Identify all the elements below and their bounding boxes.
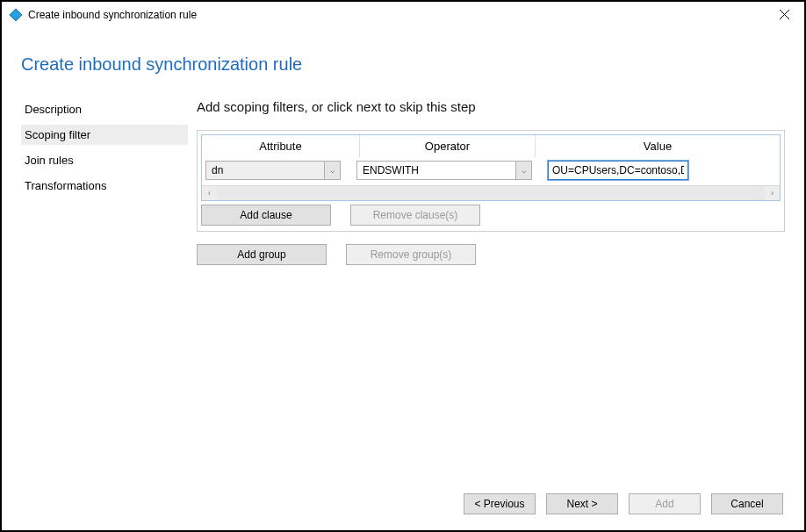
- add-group-button[interactable]: Add group: [197, 244, 327, 265]
- next-button[interactable]: Next >: [546, 493, 618, 514]
- column-header-value: Value: [536, 135, 780, 157]
- column-header-operator: Operator: [360, 135, 536, 157]
- remove-clause-button: Remove clause(s): [350, 205, 480, 226]
- close-icon: [780, 10, 789, 19]
- app-icon: [9, 8, 23, 22]
- horizontal-scrollbar[interactable]: ‹ ›: [202, 185, 780, 200]
- svg-marker-0: [10, 9, 22, 21]
- scroll-right-icon[interactable]: ›: [765, 186, 780, 200]
- scroll-left-icon[interactable]: ‹: [202, 186, 217, 200]
- page-title: Create inbound synchronization rule: [21, 54, 785, 75]
- add-clause-button[interactable]: Add clause: [201, 205, 331, 226]
- close-button[interactable]: [765, 2, 804, 28]
- column-header-attribute: Attribute: [202, 135, 360, 157]
- window-title: Create inbound synchronization rule: [28, 9, 197, 21]
- sidebar-item-join-rules[interactable]: Join rules: [21, 150, 188, 170]
- chevron-down-icon: ⌵: [324, 162, 340, 179]
- operator-dropdown-value: ENDSWITH: [363, 164, 419, 176]
- step-heading: Add scoping filters, or click next to sk…: [197, 99, 785, 114]
- cancel-button[interactable]: Cancel: [711, 493, 783, 514]
- chevron-down-icon: ⌵: [515, 162, 531, 179]
- operator-dropdown[interactable]: ENDSWITH ⌵: [356, 161, 532, 180]
- previous-button[interactable]: < Previous: [464, 493, 536, 514]
- value-input[interactable]: [548, 161, 688, 180]
- filter-grid: Attribute Operator Value dn ⌵ ENDSWITH ⌵: [201, 134, 781, 201]
- remove-group-button: Remove group(s): [346, 244, 476, 265]
- scoping-filter-panel: Attribute Operator Value dn ⌵ ENDSWITH ⌵: [197, 130, 785, 232]
- wizard-footer: < Previous Next > Add Cancel: [464, 493, 783, 514]
- sidebar-item-scoping-filter[interactable]: Scoping filter: [21, 125, 188, 145]
- scroll-track[interactable]: [217, 186, 765, 200]
- sidebar-item-description[interactable]: Description: [21, 99, 188, 119]
- titlebar: Create inbound synchronization rule: [2, 2, 804, 28]
- sidebar-item-transformations[interactable]: Transformations: [21, 176, 188, 196]
- add-button: Add: [629, 493, 701, 514]
- wizard-sidebar: Description Scoping filter Join rules Tr…: [21, 99, 188, 265]
- attribute-dropdown[interactable]: dn ⌵: [205, 161, 341, 180]
- attribute-dropdown-value: dn: [212, 164, 223, 176]
- filter-row: dn ⌵ ENDSWITH ⌵: [202, 157, 780, 182]
